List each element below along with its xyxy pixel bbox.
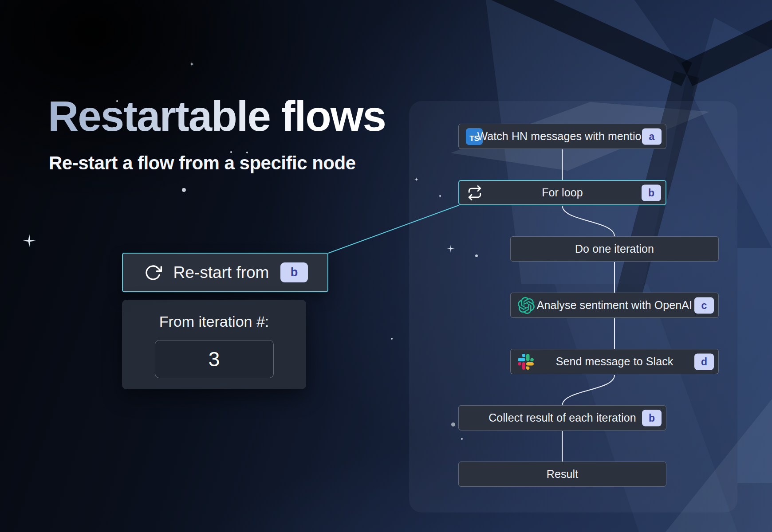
flow-node-analyse-sentiment[interactable]: Analyse sentiment with OpenAI c xyxy=(510,293,719,318)
restart-from-card[interactable]: Re-start from b xyxy=(122,253,328,292)
refresh-icon xyxy=(144,264,162,282)
flow-node-for-loop[interactable]: For loop b xyxy=(458,180,666,205)
flow-node-result[interactable]: Result xyxy=(458,462,666,487)
restart-link-line xyxy=(328,205,459,253)
flow-node-do-one-iteration[interactable]: Do one iteration xyxy=(510,236,719,262)
connector-slack-collect xyxy=(563,375,615,405)
node-label: Do one iteration xyxy=(511,237,718,261)
iteration-card: From iteration #: xyxy=(122,300,306,389)
node-label: Collect result of each iteration xyxy=(459,406,666,430)
node-label: Analyse sentiment with OpenAI xyxy=(511,293,718,317)
node-badge: b xyxy=(642,410,662,426)
node-badge: c xyxy=(694,297,714,313)
iteration-label: From iteration #: xyxy=(159,313,269,330)
node-badge: a xyxy=(642,128,662,145)
node-label: For loop xyxy=(459,181,666,204)
page-title: Restartable flows xyxy=(48,95,386,137)
node-badge: d xyxy=(694,353,714,370)
page-subtitle: Re-start a flow from a specific node xyxy=(49,153,386,174)
iteration-input[interactable] xyxy=(155,340,274,378)
restart-badge: b xyxy=(280,262,308,282)
flow-node-watch-hn[interactable]: TS Watch HN messages with mention a xyxy=(458,124,666,149)
connector-forloop-iteration xyxy=(563,206,615,236)
flow-connectors xyxy=(0,0,772,532)
node-badge: b xyxy=(642,184,661,201)
restart-label: Re-start from xyxy=(162,263,280,282)
flow-node-collect-result[interactable]: Collect result of each iteration b xyxy=(458,405,666,430)
hero-section: Restartable flows Re-start a flow from a… xyxy=(48,95,386,174)
node-label: Watch HN messages with mention xyxy=(459,124,666,149)
node-label: Result xyxy=(459,462,666,486)
node-label: Send message to Slack xyxy=(511,349,718,374)
flow-node-send-slack[interactable]: Send message to Slack d xyxy=(510,349,719,374)
